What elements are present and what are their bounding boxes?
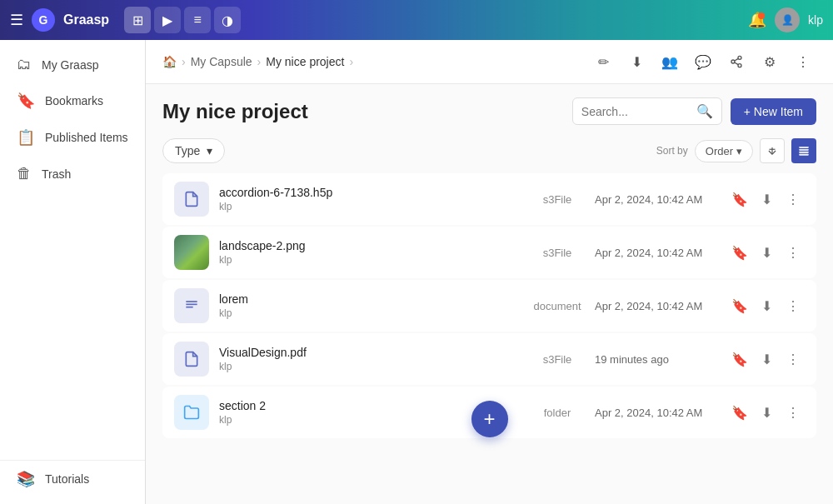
file-row[interactable]: lorem klp document Apr 2, 2024, 10:42 AM…	[162, 280, 816, 332]
sort-controls: Sort by Order ▾	[656, 138, 816, 163]
breadcrumb-bar: 🏠 › My Capsule › My nice project › ✏ ⬇ 👥…	[146, 40, 833, 84]
menu-icon[interactable]: ☰	[10, 11, 23, 29]
published-icon: 📋	[17, 128, 35, 147]
file-date: Apr 2, 2024, 10:42 AM	[595, 193, 728, 206]
file-info: lorem klp	[219, 292, 520, 319]
file-name: VisualDesign.pdf	[219, 346, 520, 359]
page-header: My nice project 🔍 + New Item	[162, 97, 816, 125]
bookmark-button[interactable]: 🔖	[728, 187, 751, 211]
breadcrumb-sep-3: ›	[349, 55, 353, 68]
file-row[interactable]: landscape-2.png klp s3File Apr 2, 2024, …	[162, 227, 816, 278]
settings-button[interactable]: ⚙	[756, 48, 783, 75]
breadcrumb: 🏠 › My Capsule › My nice project ›	[162, 55, 353, 68]
sidebar-item-bookmarks[interactable]: 🔖 Bookmarks	[3, 83, 142, 118]
nav-right: 🔔 👤 klp	[748, 7, 823, 32]
sidebar-spacer	[0, 192, 145, 460]
svg-rect-8	[800, 149, 809, 150]
avatar[interactable]: 👤	[775, 7, 800, 32]
nav-left: ☰ G Graasp ⊞ ▶ ≡ ◑	[10, 7, 241, 33]
file-icon-img	[174, 235, 209, 270]
more-file-button[interactable]: ⋮	[781, 241, 805, 264]
file-name: landscape-2.png	[219, 239, 520, 252]
more-button[interactable]: ⋮	[790, 48, 816, 75]
nav-icon-group: ⊞ ▶ ≡ ◑	[124, 7, 241, 33]
bookmark-button[interactable]: 🔖	[728, 241, 751, 264]
chevron-down-icon: ▾	[207, 144, 212, 157]
edit-button[interactable]: ✏	[590, 48, 616, 75]
sort-dropdown[interactable]: Order ▾	[695, 140, 753, 162]
file-name: lorem	[219, 292, 520, 306]
file-icon-pdf	[174, 342, 209, 377]
file-owner: klp	[219, 307, 520, 319]
type-filter[interactable]: Type ▾	[162, 138, 225, 163]
notifications-button[interactable]: 🔔	[748, 11, 766, 29]
svg-rect-10	[800, 154, 809, 155]
svg-line-4	[735, 58, 739, 61]
file-info: VisualDesign.pdf klp	[219, 346, 520, 372]
search-input[interactable]	[581, 105, 691, 118]
search-box[interactable]: 🔍	[572, 97, 722, 125]
user-name: klp	[808, 13, 823, 27]
sidebar-label-trash: Trash	[42, 167, 71, 181]
chat-button[interactable]: 💬	[690, 48, 716, 75]
bookmark-button[interactable]: 🔖	[728, 294, 751, 317]
file-name: accordion-6-7138.h5p	[219, 186, 520, 199]
breadcrumb-home[interactable]: 🏠	[162, 55, 177, 68]
file-date: Apr 2, 2024, 10:42 AM	[595, 407, 728, 419]
main-layout: 🗂 My Graasp 🔖 Bookmarks 📋 Published Item…	[0, 40, 833, 504]
download-file-button[interactable]: ⬇	[755, 347, 778, 371]
breadcrumb-actions: ✏ ⬇ 👥 💬 ⚙ ⋮	[590, 48, 816, 75]
view-list-button[interactable]	[791, 138, 816, 163]
trash-icon: 🗑	[17, 165, 32, 182]
file-type: s3File	[520, 247, 595, 259]
share-button[interactable]	[723, 48, 750, 75]
fab-add-button[interactable]: +	[471, 401, 508, 437]
search-icon: 🔍	[696, 103, 713, 119]
svg-point-1	[731, 60, 735, 63]
download-file-button[interactable]: ⬇	[755, 294, 778, 317]
sort-direction-button[interactable]	[760, 138, 785, 163]
nav-icon-list[interactable]: ≡	[184, 7, 211, 33]
sidebar-item-tutorials[interactable]: 📚 Tutorials	[3, 462, 142, 497]
sidebar: 🗂 My Graasp 🔖 Bookmarks 📋 Published Item…	[0, 40, 146, 504]
sidebar-item-my-graasp[interactable]: 🗂 My Graasp	[3, 47, 142, 82]
logo[interactable]: G	[32, 8, 55, 32]
sidebar-label-tutorials: Tutorials	[45, 472, 89, 486]
download-file-button[interactable]: ⬇	[755, 241, 778, 264]
download-button[interactable]: ⬇	[623, 48, 650, 75]
svg-rect-7	[800, 147, 809, 147]
breadcrumb-capsule[interactable]: My Capsule	[191, 55, 252, 68]
sidebar-item-trash[interactable]: 🗑 Trash	[3, 157, 142, 191]
file-date: Apr 2, 2024, 10:42 AM	[595, 247, 728, 259]
sidebar-item-published-items[interactable]: 📋 Published Items	[3, 120, 142, 155]
bookmark-button[interactable]: 🔖	[728, 401, 751, 424]
more-file-button[interactable]: ⋮	[781, 294, 805, 317]
download-file-button[interactable]: ⬇	[755, 187, 778, 211]
nav-icon-grid[interactable]: ⊞	[124, 7, 151, 33]
more-file-button[interactable]: ⋮	[781, 347, 805, 371]
svg-line-3	[735, 62, 739, 65]
file-row[interactable]: accordion-6-7138.h5p klp s3File Apr 2, 2…	[162, 173, 816, 225]
bookmark-button[interactable]: 🔖	[728, 347, 751, 371]
download-file-button[interactable]: ⬇	[755, 401, 778, 424]
file-icon-lines	[174, 288, 209, 323]
more-file-button[interactable]: ⋮	[781, 401, 805, 424]
nav-icon-play[interactable]: ▶	[154, 7, 181, 33]
file-info: accordion-6-7138.h5p klp	[219, 186, 520, 212]
svg-rect-9	[800, 152, 809, 152]
sort-by-label: Sort by	[656, 145, 688, 157]
tutorials-icon: 📚	[17, 470, 35, 488]
new-item-button[interactable]: + New Item	[731, 98, 816, 125]
breadcrumb-sep-1: ›	[182, 55, 186, 68]
type-label: Type	[175, 144, 200, 157]
file-date: 19 minutes ago	[595, 353, 728, 366]
page-title: My nice project	[162, 100, 308, 123]
group-button[interactable]: 👥	[656, 48, 683, 75]
nav-icon-clock[interactable]: ◑	[214, 7, 241, 33]
filter-row: Type ▾ Sort by Order ▾	[162, 138, 816, 163]
file-row[interactable]: VisualDesign.pdf klp s3File 19 minutes a…	[162, 333, 816, 385]
file-actions: 🔖 ⬇ ⋮	[728, 347, 805, 371]
file-date: Apr 2, 2024, 10:42 AM	[595, 300, 728, 312]
more-file-button[interactable]: ⋮	[781, 187, 805, 211]
sidebar-label-bookmarks: Bookmarks	[45, 94, 103, 107]
